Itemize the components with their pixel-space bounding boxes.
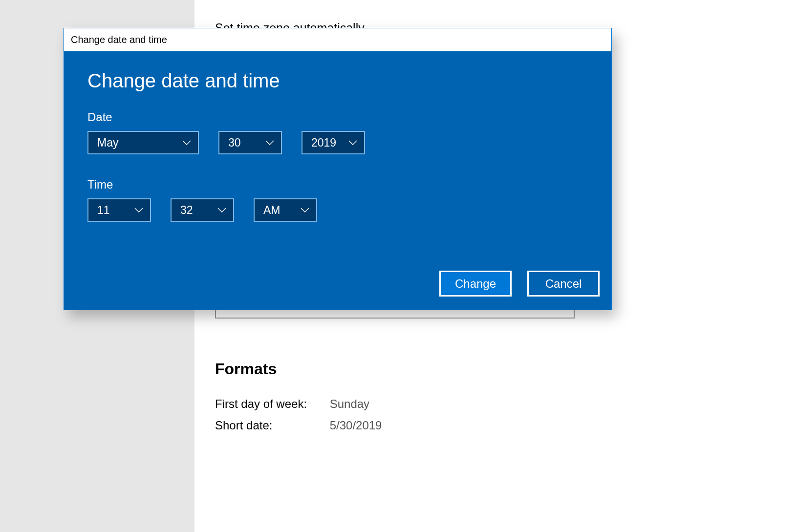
day-dropdown[interactable]: 30 bbox=[218, 131, 282, 154]
hour-value: 11 bbox=[97, 204, 110, 217]
short-date-value: 5/30/2019 bbox=[330, 419, 382, 432]
chevron-down-icon bbox=[301, 208, 309, 213]
dialog-heading: Change date and time bbox=[87, 70, 588, 92]
dialog-body: Change date and time Date May 30 2019 bbox=[64, 51, 611, 310]
change-button-label: Change bbox=[455, 277, 496, 291]
dialog-actions: Change Cancel bbox=[439, 271, 600, 297]
month-value: May bbox=[97, 136, 118, 149]
chevron-down-icon bbox=[217, 208, 226, 213]
short-date-row: Short date: 5/30/2019 bbox=[215, 419, 382, 432]
short-date-key: Short date: bbox=[215, 419, 326, 432]
chevron-down-icon bbox=[348, 140, 357, 145]
time-field-label: Time bbox=[87, 178, 588, 192]
first-day-of-week-value: Sunday bbox=[330, 397, 369, 410]
year-dropdown[interactable]: 2019 bbox=[302, 131, 365, 154]
cancel-button[interactable]: Cancel bbox=[527, 271, 600, 297]
dialog-titlebar[interactable]: Change date and time bbox=[64, 28, 611, 51]
day-value: 30 bbox=[228, 136, 241, 149]
ampm-value: AM bbox=[263, 204, 280, 217]
year-value: 2019 bbox=[311, 136, 336, 149]
minute-dropdown[interactable]: 32 bbox=[171, 198, 234, 222]
time-field-row: 11 32 AM bbox=[87, 198, 588, 222]
month-dropdown[interactable]: May bbox=[87, 131, 199, 154]
date-field-label: Date bbox=[87, 110, 588, 124]
cancel-button-label: Cancel bbox=[545, 277, 582, 291]
minute-value: 32 bbox=[180, 204, 193, 217]
date-field-row: May 30 2019 bbox=[87, 131, 588, 154]
formats-heading: Formats bbox=[215, 360, 277, 378]
change-button[interactable]: Change bbox=[439, 271, 512, 297]
chevron-down-icon bbox=[134, 208, 143, 213]
ampm-dropdown[interactable]: AM bbox=[254, 198, 317, 222]
hour-dropdown[interactable]: 11 bbox=[87, 198, 151, 222]
chevron-down-icon bbox=[265, 140, 274, 145]
first-day-of-week-row: First day of week: Sunday bbox=[215, 397, 369, 411]
first-day-of-week-key: First day of week: bbox=[215, 397, 326, 411]
chevron-down-icon bbox=[182, 140, 191, 145]
sidebar-item-region-language[interactable]: Region & language bbox=[0, 6, 194, 29]
dialog-window-title: Change date and time bbox=[71, 34, 167, 45]
change-date-time-dialog: Change date and time Change date and tim… bbox=[64, 28, 612, 310]
